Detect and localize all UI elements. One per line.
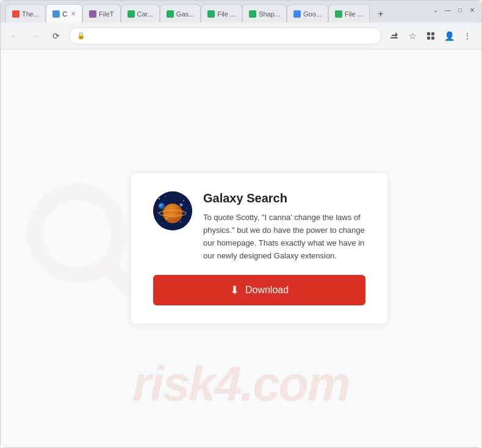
tab-label-6: Shap... bbox=[259, 10, 280, 18]
tab-1[interactable]: C ✕ bbox=[46, 4, 82, 23]
tab-3[interactable]: Car... bbox=[121, 4, 160, 23]
svg-point-22 bbox=[180, 204, 183, 207]
tab-label-8: File ... bbox=[345, 10, 363, 18]
tab-favicon-1 bbox=[52, 10, 60, 18]
tab-7[interactable]: Goo... bbox=[287, 4, 328, 23]
tab-label-2: FileT bbox=[99, 10, 113, 18]
extension-icon bbox=[153, 191, 192, 230]
tab-close-1[interactable]: ✕ bbox=[71, 10, 76, 17]
tab-favicon-7 bbox=[293, 10, 301, 18]
svg-point-23 bbox=[166, 218, 168, 219]
planet-svg bbox=[153, 191, 192, 230]
tab-favicon-3 bbox=[128, 10, 135, 18]
address-actions: ☆ 👤 ⋮ bbox=[386, 28, 475, 44]
tab-favicon-6 bbox=[249, 10, 256, 18]
account-icon[interactable]: 👤 bbox=[441, 28, 457, 44]
extensions-icon[interactable] bbox=[423, 28, 439, 44]
tab-8[interactable]: File ... bbox=[328, 4, 370, 23]
address-input[interactable]: 🔒 bbox=[69, 27, 381, 44]
window-controls: ⌄ — □ ✕ bbox=[431, 5, 477, 14]
tab-label-5: File ... bbox=[217, 10, 236, 18]
watermark-text: risk4.com bbox=[1, 357, 481, 411]
tab-0[interactable]: The... bbox=[5, 4, 46, 23]
menu-icon[interactable]: ⋮ bbox=[459, 28, 475, 44]
svg-rect-3 bbox=[427, 37, 430, 40]
svg-point-5 bbox=[35, 191, 119, 275]
card-text-block: Galaxy Search To quote Scotty, "I canna'… bbox=[203, 191, 365, 262]
tab-favicon-5 bbox=[207, 10, 215, 18]
svg-rect-1 bbox=[427, 32, 430, 35]
tabs-row: The... C ✕ FileT Car... Gas... bbox=[5, 1, 477, 23]
card-title: Galaxy Search bbox=[203, 191, 365, 205]
back-button[interactable]: ← bbox=[7, 28, 23, 44]
svg-rect-4 bbox=[431, 37, 434, 40]
tab-2[interactable]: FileT bbox=[82, 4, 120, 23]
svg-point-11 bbox=[186, 208, 187, 209]
tab-favicon-0 bbox=[12, 10, 20, 18]
tab-6[interactable]: Shap... bbox=[242, 4, 287, 23]
card-description: To quote Scotty, "I canna' change the la… bbox=[203, 212, 365, 262]
forward-button[interactable]: → bbox=[27, 28, 43, 44]
svg-point-12 bbox=[157, 213, 158, 213]
maximize-button[interactable]: □ bbox=[456, 5, 464, 14]
title-bar: The... C ✕ FileT Car... Gas... bbox=[1, 1, 481, 23]
tab-favicon-2 bbox=[89, 10, 96, 18]
chevron-icon[interactable]: ⌄ bbox=[431, 5, 440, 14]
card-header: Galaxy Search To quote Scotty, "I canna'… bbox=[153, 191, 365, 262]
download-button-label: Download bbox=[245, 285, 289, 296]
lock-icon: 🔒 bbox=[77, 32, 85, 40]
tab-favicon-4 bbox=[167, 10, 174, 18]
tab-4[interactable]: Gas... bbox=[160, 4, 201, 23]
download-icon: ⬇ bbox=[230, 283, 239, 297]
download-button[interactable]: ⬇ Download bbox=[153, 275, 365, 305]
minimize-button[interactable]: — bbox=[444, 5, 452, 14]
svg-point-10 bbox=[183, 201, 184, 202]
svg-point-13 bbox=[162, 223, 162, 224]
reload-button[interactable]: ⟳ bbox=[48, 28, 64, 44]
tab-label-3: Car... bbox=[137, 10, 153, 18]
svg-point-14 bbox=[180, 222, 181, 223]
bookmark-icon[interactable]: ☆ bbox=[405, 28, 420, 44]
svg-point-20 bbox=[159, 203, 165, 209]
svg-point-8 bbox=[159, 198, 160, 199]
tab-label-1: C bbox=[62, 10, 67, 18]
tab-favicon-8 bbox=[335, 10, 342, 18]
browser-window: The... C ✕ FileT Car... Gas... bbox=[0, 0, 482, 448]
share-icon[interactable] bbox=[386, 28, 402, 44]
tab-label-7: Goo... bbox=[303, 10, 322, 18]
new-tab-button[interactable]: + bbox=[372, 5, 389, 23]
tab-label-0: The... bbox=[22, 10, 39, 18]
svg-rect-2 bbox=[431, 32, 434, 35]
address-bar: ← → ⟳ 🔒 ☆ 👤 bbox=[1, 23, 481, 49]
close-button[interactable]: ✕ bbox=[468, 5, 477, 14]
svg-rect-0 bbox=[390, 37, 398, 38]
extension-card: Galaxy Search To quote Scotty, "I canna'… bbox=[131, 173, 387, 323]
tab-5[interactable]: File ... bbox=[201, 4, 242, 23]
svg-point-9 bbox=[165, 196, 165, 197]
tab-label-4: Gas... bbox=[176, 10, 194, 18]
page-content: risk4.com bbox=[1, 49, 481, 447]
